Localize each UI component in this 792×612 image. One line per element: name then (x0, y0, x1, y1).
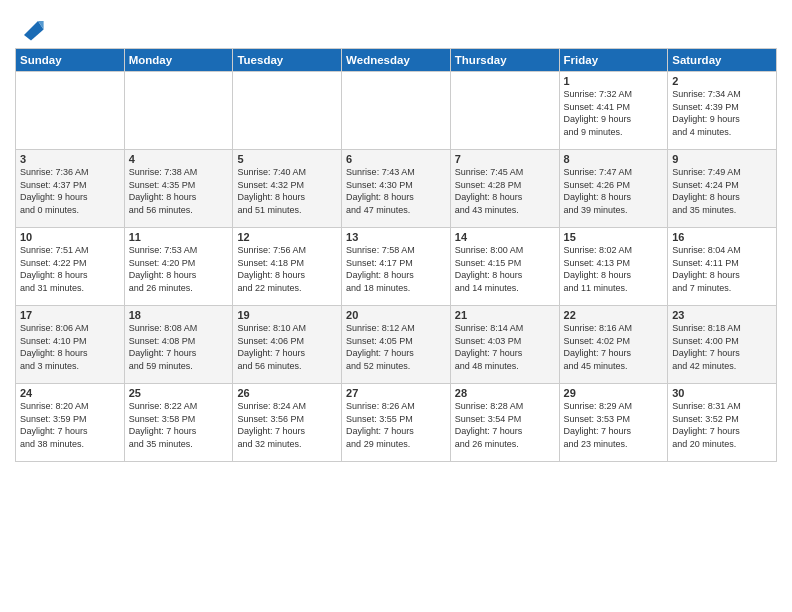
day-info: Sunrise: 8:04 AM Sunset: 4:11 PM Dayligh… (672, 244, 772, 294)
day-info: Sunrise: 7:36 AM Sunset: 4:37 PM Dayligh… (20, 166, 120, 216)
day-info: Sunrise: 7:38 AM Sunset: 4:35 PM Dayligh… (129, 166, 229, 216)
weekday-thursday: Thursday (450, 49, 559, 72)
day-number: 15 (564, 231, 664, 243)
day-info: Sunrise: 8:02 AM Sunset: 4:13 PM Dayligh… (564, 244, 664, 294)
day-info: Sunrise: 7:45 AM Sunset: 4:28 PM Dayligh… (455, 166, 555, 216)
day-cell: 29Sunrise: 8:29 AM Sunset: 3:53 PM Dayli… (559, 384, 668, 462)
day-number: 9 (672, 153, 772, 165)
day-cell: 4Sunrise: 7:38 AM Sunset: 4:35 PM Daylig… (124, 150, 233, 228)
week-row-5: 24Sunrise: 8:20 AM Sunset: 3:59 PM Dayli… (16, 384, 777, 462)
day-number: 17 (20, 309, 120, 321)
day-info: Sunrise: 8:00 AM Sunset: 4:15 PM Dayligh… (455, 244, 555, 294)
day-info: Sunrise: 8:10 AM Sunset: 4:06 PM Dayligh… (237, 322, 337, 372)
day-number: 6 (346, 153, 446, 165)
day-number: 12 (237, 231, 337, 243)
week-row-2: 3Sunrise: 7:36 AM Sunset: 4:37 PM Daylig… (16, 150, 777, 228)
day-number: 8 (564, 153, 664, 165)
day-cell: 11Sunrise: 7:53 AM Sunset: 4:20 PM Dayli… (124, 228, 233, 306)
day-cell (450, 72, 559, 150)
day-number: 24 (20, 387, 120, 399)
day-cell: 23Sunrise: 8:18 AM Sunset: 4:00 PM Dayli… (668, 306, 777, 384)
day-cell: 24Sunrise: 8:20 AM Sunset: 3:59 PM Dayli… (16, 384, 125, 462)
day-number: 5 (237, 153, 337, 165)
day-number: 21 (455, 309, 555, 321)
day-cell (233, 72, 342, 150)
day-cell: 30Sunrise: 8:31 AM Sunset: 3:52 PM Dayli… (668, 384, 777, 462)
day-info: Sunrise: 8:22 AM Sunset: 3:58 PM Dayligh… (129, 400, 229, 450)
day-cell: 20Sunrise: 8:12 AM Sunset: 4:05 PM Dayli… (342, 306, 451, 384)
day-number: 25 (129, 387, 229, 399)
header (15, 10, 777, 42)
day-cell: 13Sunrise: 7:58 AM Sunset: 4:17 PM Dayli… (342, 228, 451, 306)
day-cell: 21Sunrise: 8:14 AM Sunset: 4:03 PM Dayli… (450, 306, 559, 384)
day-cell: 22Sunrise: 8:16 AM Sunset: 4:02 PM Dayli… (559, 306, 668, 384)
day-info: Sunrise: 7:34 AM Sunset: 4:39 PM Dayligh… (672, 88, 772, 138)
week-row-3: 10Sunrise: 7:51 AM Sunset: 4:22 PM Dayli… (16, 228, 777, 306)
day-cell: 8Sunrise: 7:47 AM Sunset: 4:26 PM Daylig… (559, 150, 668, 228)
week-row-4: 17Sunrise: 8:06 AM Sunset: 4:10 PM Dayli… (16, 306, 777, 384)
day-number: 7 (455, 153, 555, 165)
day-info: Sunrise: 8:26 AM Sunset: 3:55 PM Dayligh… (346, 400, 446, 450)
weekday-saturday: Saturday (668, 49, 777, 72)
calendar: SundayMondayTuesdayWednesdayThursdayFrid… (15, 48, 777, 462)
day-number: 22 (564, 309, 664, 321)
day-number: 11 (129, 231, 229, 243)
day-number: 19 (237, 309, 337, 321)
day-cell (16, 72, 125, 150)
day-cell: 9Sunrise: 7:49 AM Sunset: 4:24 PM Daylig… (668, 150, 777, 228)
day-number: 23 (672, 309, 772, 321)
day-info: Sunrise: 8:20 AM Sunset: 3:59 PM Dayligh… (20, 400, 120, 450)
day-number: 14 (455, 231, 555, 243)
weekday-header-row: SundayMondayTuesdayWednesdayThursdayFrid… (16, 49, 777, 72)
day-cell: 7Sunrise: 7:45 AM Sunset: 4:28 PM Daylig… (450, 150, 559, 228)
day-cell (124, 72, 233, 150)
weekday-sunday: Sunday (16, 49, 125, 72)
day-number: 2 (672, 75, 772, 87)
weekday-wednesday: Wednesday (342, 49, 451, 72)
day-info: Sunrise: 8:12 AM Sunset: 4:05 PM Dayligh… (346, 322, 446, 372)
day-cell: 1Sunrise: 7:32 AM Sunset: 4:41 PM Daylig… (559, 72, 668, 150)
day-number: 20 (346, 309, 446, 321)
day-number: 28 (455, 387, 555, 399)
day-info: Sunrise: 7:40 AM Sunset: 4:32 PM Dayligh… (237, 166, 337, 216)
day-number: 10 (20, 231, 120, 243)
weekday-tuesday: Tuesday (233, 49, 342, 72)
logo-icon (17, 14, 45, 42)
day-number: 18 (129, 309, 229, 321)
day-cell: 25Sunrise: 8:22 AM Sunset: 3:58 PM Dayli… (124, 384, 233, 462)
day-cell: 10Sunrise: 7:51 AM Sunset: 4:22 PM Dayli… (16, 228, 125, 306)
day-info: Sunrise: 8:16 AM Sunset: 4:02 PM Dayligh… (564, 322, 664, 372)
day-info: Sunrise: 7:43 AM Sunset: 4:30 PM Dayligh… (346, 166, 446, 216)
day-cell: 12Sunrise: 7:56 AM Sunset: 4:18 PM Dayli… (233, 228, 342, 306)
page: SundayMondayTuesdayWednesdayThursdayFrid… (0, 0, 792, 612)
day-info: Sunrise: 7:32 AM Sunset: 4:41 PM Dayligh… (564, 88, 664, 138)
day-number: 1 (564, 75, 664, 87)
day-info: Sunrise: 7:58 AM Sunset: 4:17 PM Dayligh… (346, 244, 446, 294)
day-info: Sunrise: 8:28 AM Sunset: 3:54 PM Dayligh… (455, 400, 555, 450)
day-cell: 5Sunrise: 7:40 AM Sunset: 4:32 PM Daylig… (233, 150, 342, 228)
day-cell: 16Sunrise: 8:04 AM Sunset: 4:11 PM Dayli… (668, 228, 777, 306)
weekday-monday: Monday (124, 49, 233, 72)
day-number: 29 (564, 387, 664, 399)
day-info: Sunrise: 8:24 AM Sunset: 3:56 PM Dayligh… (237, 400, 337, 450)
day-number: 4 (129, 153, 229, 165)
day-cell: 2Sunrise: 7:34 AM Sunset: 4:39 PM Daylig… (668, 72, 777, 150)
day-cell: 14Sunrise: 8:00 AM Sunset: 4:15 PM Dayli… (450, 228, 559, 306)
day-info: Sunrise: 8:29 AM Sunset: 3:53 PM Dayligh… (564, 400, 664, 450)
day-cell: 6Sunrise: 7:43 AM Sunset: 4:30 PM Daylig… (342, 150, 451, 228)
day-cell: 3Sunrise: 7:36 AM Sunset: 4:37 PM Daylig… (16, 150, 125, 228)
weekday-friday: Friday (559, 49, 668, 72)
day-cell: 18Sunrise: 8:08 AM Sunset: 4:08 PM Dayli… (124, 306, 233, 384)
day-cell: 26Sunrise: 8:24 AM Sunset: 3:56 PM Dayli… (233, 384, 342, 462)
day-number: 26 (237, 387, 337, 399)
day-info: Sunrise: 8:31 AM Sunset: 3:52 PM Dayligh… (672, 400, 772, 450)
day-cell: 15Sunrise: 8:02 AM Sunset: 4:13 PM Dayli… (559, 228, 668, 306)
day-info: Sunrise: 8:08 AM Sunset: 4:08 PM Dayligh… (129, 322, 229, 372)
day-cell: 28Sunrise: 8:28 AM Sunset: 3:54 PM Dayli… (450, 384, 559, 462)
day-number: 13 (346, 231, 446, 243)
day-number: 27 (346, 387, 446, 399)
day-cell: 17Sunrise: 8:06 AM Sunset: 4:10 PM Dayli… (16, 306, 125, 384)
day-info: Sunrise: 7:49 AM Sunset: 4:24 PM Dayligh… (672, 166, 772, 216)
day-cell (342, 72, 451, 150)
day-number: 30 (672, 387, 772, 399)
